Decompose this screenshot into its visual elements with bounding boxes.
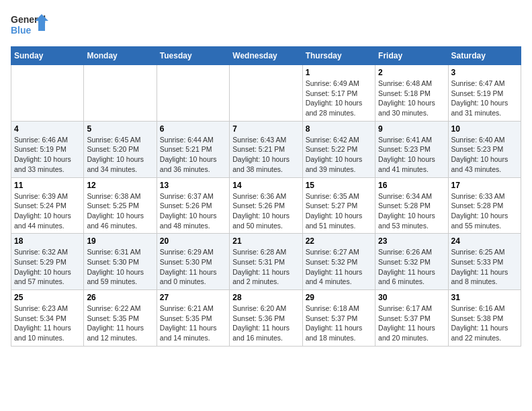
day-info: Sunrise: 6:46 AM Sunset: 5:19 PM Dayligh… xyxy=(14,135,81,175)
day-number: 19 xyxy=(87,236,153,246)
weekday-header: Wednesday xyxy=(230,47,302,65)
day-info: Sunrise: 6:43 AM Sunset: 5:21 PM Dayligh… xyxy=(232,135,299,175)
calendar-cell: 8Sunrise: 6:42 AM Sunset: 5:22 PM Daylig… xyxy=(302,121,375,177)
day-info: Sunrise: 6:49 AM Sunset: 5:17 PM Dayligh… xyxy=(306,79,372,118)
day-info: Sunrise: 6:26 AM Sunset: 5:32 PM Dayligh… xyxy=(378,247,445,287)
day-number: 22 xyxy=(306,236,372,246)
calendar-cell: 17Sunrise: 6:33 AM Sunset: 5:28 PM Dayli… xyxy=(448,177,521,234)
day-number: 26 xyxy=(87,293,153,302)
svg-text:Blue: Blue xyxy=(11,25,32,36)
day-number: 14 xyxy=(232,181,299,190)
calendar-cell: 13Sunrise: 6:37 AM Sunset: 5:26 PM Dayli… xyxy=(157,177,229,234)
calendar-cell: 10Sunrise: 6:40 AM Sunset: 5:23 PM Dayli… xyxy=(448,121,521,177)
day-info: Sunrise: 6:41 AM Sunset: 5:23 PM Dayligh… xyxy=(378,135,445,175)
day-info: Sunrise: 6:38 AM Sunset: 5:25 PM Dayligh… xyxy=(87,191,153,231)
day-info: Sunrise: 6:45 AM Sunset: 5:20 PM Dayligh… xyxy=(87,135,153,175)
day-info: Sunrise: 6:32 AM Sunset: 5:29 PM Dayligh… xyxy=(14,247,81,287)
day-number: 20 xyxy=(160,236,226,246)
calendar-cell: 31Sunrise: 6:16 AM Sunset: 5:38 PM Dayli… xyxy=(448,290,521,347)
calendar-cell: 22Sunrise: 6:27 AM Sunset: 5:32 PM Dayli… xyxy=(302,234,375,290)
calendar-cell xyxy=(11,65,84,122)
calendar-cell: 19Sunrise: 6:31 AM Sunset: 5:30 PM Dayli… xyxy=(84,234,157,290)
calendar-cell: 5Sunrise: 6:45 AM Sunset: 5:20 PM Daylig… xyxy=(84,121,157,177)
day-number: 31 xyxy=(451,293,518,302)
day-number: 29 xyxy=(306,293,372,302)
day-number: 13 xyxy=(160,181,226,190)
calendar-cell: 14Sunrise: 6:36 AM Sunset: 5:26 PM Dayli… xyxy=(230,177,302,234)
day-number: 21 xyxy=(232,236,299,246)
calendar-cell: 6Sunrise: 6:44 AM Sunset: 5:21 PM Daylig… xyxy=(157,121,229,177)
calendar-cell: 27Sunrise: 6:21 AM Sunset: 5:35 PM Dayli… xyxy=(157,290,229,347)
calendar-cell xyxy=(157,65,229,122)
logo-svg: GeneralBlue xyxy=(11,11,51,41)
day-number: 1 xyxy=(306,68,372,77)
calendar-cell: 20Sunrise: 6:29 AM Sunset: 5:30 PM Dayli… xyxy=(157,234,229,290)
calendar-cell: 7Sunrise: 6:43 AM Sunset: 5:21 PM Daylig… xyxy=(230,121,302,177)
day-number: 15 xyxy=(306,181,372,190)
day-number: 2 xyxy=(378,68,445,77)
calendar-cell: 24Sunrise: 6:25 AM Sunset: 5:33 PM Dayli… xyxy=(448,234,521,290)
calendar-cell: 11Sunrise: 6:39 AM Sunset: 5:24 PM Dayli… xyxy=(11,177,84,234)
day-info: Sunrise: 6:48 AM Sunset: 5:18 PM Dayligh… xyxy=(378,79,445,118)
calendar-cell: 2Sunrise: 6:48 AM Sunset: 5:18 PM Daylig… xyxy=(375,65,448,122)
calendar: SundayMondayTuesdayWednesdayThursdayFrid… xyxy=(11,46,521,347)
day-number: 9 xyxy=(378,124,445,134)
day-info: Sunrise: 6:21 AM Sunset: 5:35 PM Dayligh… xyxy=(160,304,226,343)
day-info: Sunrise: 6:20 AM Sunset: 5:36 PM Dayligh… xyxy=(232,304,299,343)
calendar-week-row: 4Sunrise: 6:46 AM Sunset: 5:19 PM Daylig… xyxy=(11,121,521,177)
day-number: 6 xyxy=(160,124,226,134)
calendar-cell: 29Sunrise: 6:18 AM Sunset: 5:37 PM Dayli… xyxy=(302,290,375,347)
day-info: Sunrise: 6:44 AM Sunset: 5:21 PM Dayligh… xyxy=(160,135,226,175)
calendar-cell: 23Sunrise: 6:26 AM Sunset: 5:32 PM Dayli… xyxy=(375,234,448,290)
day-info: Sunrise: 6:40 AM Sunset: 5:23 PM Dayligh… xyxy=(451,135,518,175)
day-number: 10 xyxy=(451,124,518,134)
day-number: 18 xyxy=(14,236,81,246)
day-number: 8 xyxy=(306,124,372,134)
calendar-cell: 26Sunrise: 6:22 AM Sunset: 5:35 PM Dayli… xyxy=(84,290,157,347)
day-info: Sunrise: 6:25 AM Sunset: 5:33 PM Dayligh… xyxy=(451,247,518,287)
day-number: 11 xyxy=(14,181,81,190)
day-number: 23 xyxy=(378,236,445,246)
day-number: 3 xyxy=(451,68,518,77)
day-number: 16 xyxy=(378,181,445,190)
calendar-cell: 28Sunrise: 6:20 AM Sunset: 5:36 PM Dayli… xyxy=(230,290,302,347)
weekday-header: Sunday xyxy=(11,47,84,65)
weekday-header: Thursday xyxy=(302,47,375,65)
day-info: Sunrise: 6:16 AM Sunset: 5:38 PM Dayligh… xyxy=(451,304,518,343)
day-info: Sunrise: 6:36 AM Sunset: 5:26 PM Dayligh… xyxy=(232,191,299,231)
day-info: Sunrise: 6:27 AM Sunset: 5:32 PM Dayligh… xyxy=(306,247,372,287)
header: GeneralBlue xyxy=(11,11,521,41)
day-info: Sunrise: 6:31 AM Sunset: 5:30 PM Dayligh… xyxy=(87,247,153,287)
weekday-header: Friday xyxy=(375,47,448,65)
calendar-cell: 21Sunrise: 6:28 AM Sunset: 5:31 PM Dayli… xyxy=(230,234,302,290)
day-info: Sunrise: 6:37 AM Sunset: 5:26 PM Dayligh… xyxy=(160,191,226,231)
weekday-header: Tuesday xyxy=(157,47,229,65)
day-info: Sunrise: 6:29 AM Sunset: 5:30 PM Dayligh… xyxy=(160,247,226,287)
day-info: Sunrise: 6:23 AM Sunset: 5:34 PM Dayligh… xyxy=(14,304,81,343)
calendar-week-row: 11Sunrise: 6:39 AM Sunset: 5:24 PM Dayli… xyxy=(11,177,521,234)
day-number: 30 xyxy=(378,293,445,302)
calendar-cell xyxy=(84,65,157,122)
calendar-cell: 9Sunrise: 6:41 AM Sunset: 5:23 PM Daylig… xyxy=(375,121,448,177)
day-info: Sunrise: 6:22 AM Sunset: 5:35 PM Dayligh… xyxy=(87,304,153,343)
day-number: 28 xyxy=(232,293,299,302)
day-info: Sunrise: 6:39 AM Sunset: 5:24 PM Dayligh… xyxy=(14,191,81,231)
day-info: Sunrise: 6:42 AM Sunset: 5:22 PM Dayligh… xyxy=(306,135,372,175)
calendar-cell: 15Sunrise: 6:35 AM Sunset: 5:27 PM Dayli… xyxy=(302,177,375,234)
day-number: 12 xyxy=(87,181,153,190)
logo: GeneralBlue xyxy=(11,11,51,41)
day-number: 24 xyxy=(451,236,518,246)
calendar-cell: 12Sunrise: 6:38 AM Sunset: 5:25 PM Dayli… xyxy=(84,177,157,234)
day-info: Sunrise: 6:47 AM Sunset: 5:19 PM Dayligh… xyxy=(451,79,518,118)
day-info: Sunrise: 6:18 AM Sunset: 5:37 PM Dayligh… xyxy=(306,304,372,343)
day-info: Sunrise: 6:35 AM Sunset: 5:27 PM Dayligh… xyxy=(306,191,372,231)
day-info: Sunrise: 6:28 AM Sunset: 5:31 PM Dayligh… xyxy=(232,247,299,287)
calendar-cell: 1Sunrise: 6:49 AM Sunset: 5:17 PM Daylig… xyxy=(302,65,375,122)
day-number: 25 xyxy=(14,293,81,302)
calendar-week-row: 25Sunrise: 6:23 AM Sunset: 5:34 PM Dayli… xyxy=(11,290,521,347)
day-number: 5 xyxy=(87,124,153,134)
calendar-cell: 18Sunrise: 6:32 AM Sunset: 5:29 PM Dayli… xyxy=(11,234,84,290)
day-info: Sunrise: 6:17 AM Sunset: 5:37 PM Dayligh… xyxy=(378,304,445,343)
day-info: Sunrise: 6:34 AM Sunset: 5:28 PM Dayligh… xyxy=(378,191,445,231)
calendar-cell: 30Sunrise: 6:17 AM Sunset: 5:37 PM Dayli… xyxy=(375,290,448,347)
